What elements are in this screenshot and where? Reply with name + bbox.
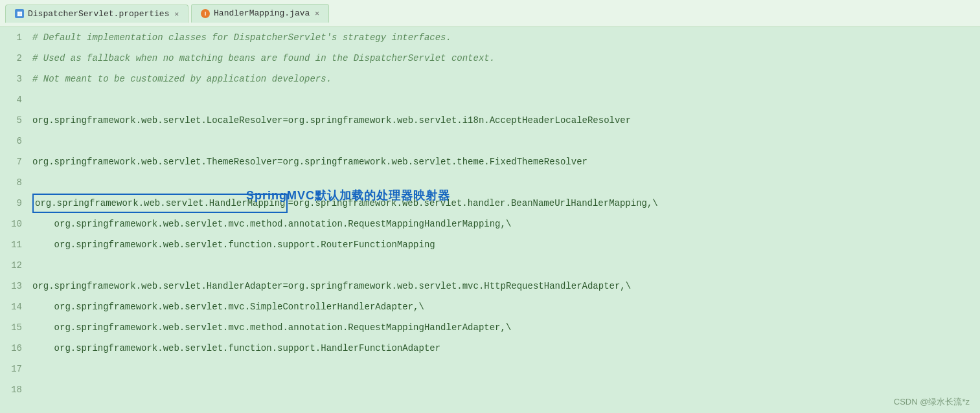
watermark: CSDN @绿水长流*z bbox=[894, 396, 970, 408]
table-row: 12 bbox=[0, 255, 980, 276]
code-table: 1 # Default implementation classes for D… bbox=[0, 27, 980, 400]
table-row: 14 org.springframework.web.servlet.mvc.S… bbox=[0, 296, 980, 317]
code-line-15: org.springframework.web.servlet.mvc.meth… bbox=[32, 317, 980, 338]
code-line-7: org.springframework.web.servlet.ThemeRes… bbox=[32, 151, 980, 172]
line-number: 1 bbox=[0, 27, 32, 48]
line-number: 18 bbox=[0, 379, 32, 400]
line-number: 5 bbox=[0, 110, 32, 131]
line-number: 12 bbox=[0, 255, 32, 276]
table-row: 13 org.springframework.web.servlet.Handl… bbox=[0, 276, 980, 296]
line-number: 4 bbox=[0, 89, 32, 110]
code-line-6 bbox=[32, 131, 980, 151]
line-number: 14 bbox=[0, 296, 32, 317]
editor-window: ▦ DispatcherServlet.properties ✕ I Handl… bbox=[0, 0, 980, 413]
code-line-4 bbox=[32, 89, 980, 110]
code-line-3: # Not meant to be customized by applicat… bbox=[32, 69, 980, 89]
line-number: 11 bbox=[0, 234, 32, 255]
code-line-17 bbox=[32, 359, 980, 379]
code-line-2: # Used as fallback when no matching bean… bbox=[32, 48, 980, 69]
line-number: 15 bbox=[0, 317, 32, 338]
props-icon: ▦ bbox=[15, 9, 24, 18]
code-line-13: org.springframework.web.servlet.HandlerA… bbox=[32, 276, 980, 296]
line-number: 13 bbox=[0, 276, 32, 296]
tab-dispatcher[interactable]: ▦ DispatcherServlet.properties ✕ bbox=[5, 5, 188, 23]
editor-area: 1 # Default implementation classes for D… bbox=[0, 27, 980, 413]
table-row: 15 org.springframework.web.servlet.mvc.m… bbox=[0, 317, 980, 338]
table-row: 2 # Used as fallback when no matching be… bbox=[0, 48, 980, 69]
line-number: 3 bbox=[0, 69, 32, 89]
code-line-1: # Default implementation classes for Dis… bbox=[32, 27, 980, 48]
table-row: 10 org.springframework.web.servlet.mvc.m… bbox=[0, 214, 980, 234]
tab-handler-mapping[interactable]: I HandlerMapping.java ✕ bbox=[191, 4, 329, 23]
table-row: 16 org.springframework.web.servlet.funct… bbox=[0, 338, 980, 359]
line-number: 9 bbox=[0, 193, 32, 214]
tooltip-text: SpringMVC默认加载的处理器映射器 bbox=[246, 189, 450, 202]
table-row: 8 bbox=[0, 172, 980, 193]
tab-bar: ▦ DispatcherServlet.properties ✕ I Handl… bbox=[0, 0, 980, 27]
table-row: 1 # Default implementation classes for D… bbox=[0, 27, 980, 48]
table-row: 18 bbox=[0, 379, 980, 400]
tab-handler-label: HandlerMapping.java bbox=[214, 8, 310, 18]
line-number: 17 bbox=[0, 359, 32, 379]
table-row: 3 # Not meant to be customized by applic… bbox=[0, 69, 980, 89]
code-line-9: org.springframework.web.servlet.HandlerM… bbox=[32, 193, 980, 214]
watermark-text: CSDN @绿水长流*z bbox=[894, 397, 970, 407]
code-line-10: org.springframework.web.servlet.mvc.meth… bbox=[32, 214, 980, 234]
table-row: 11 org.springframework.web.servlet.funct… bbox=[0, 234, 980, 255]
line-number: 6 bbox=[0, 131, 32, 151]
close-icon-dispatcher[interactable]: ✕ bbox=[174, 10, 179, 18]
code-line-14: org.springframework.web.servlet.mvc.Simp… bbox=[32, 296, 980, 317]
code-line-18 bbox=[32, 379, 980, 400]
code-line-8 bbox=[32, 172, 980, 193]
close-icon-handler[interactable]: ✕ bbox=[315, 9, 319, 17]
code-line-16: org.springframework.web.servlet.function… bbox=[32, 338, 980, 359]
tooltip-overlay: SpringMVC默认加载的处理器映射器 bbox=[246, 188, 450, 203]
java-icon: I bbox=[201, 9, 210, 18]
tab-dispatcher-label: DispatcherServlet.properties bbox=[28, 9, 169, 19]
line-number: 16 bbox=[0, 338, 32, 359]
code-line-12 bbox=[32, 255, 980, 276]
table-row: 5 org.springframework.web.servlet.Locale… bbox=[0, 110, 980, 131]
code-line-11: org.springframework.web.servlet.function… bbox=[32, 234, 980, 255]
table-row: 17 bbox=[0, 359, 980, 379]
table-row: 6 bbox=[0, 131, 980, 151]
line-number: 2 bbox=[0, 48, 32, 69]
line-number: 10 bbox=[0, 214, 32, 234]
table-row: 4 bbox=[0, 89, 980, 110]
code-line-5: org.springframework.web.servlet.LocaleRe… bbox=[32, 110, 980, 131]
table-row: 9 org.springframework.web.servlet.Handle… bbox=[0, 193, 980, 214]
table-row: 7 org.springframework.web.servlet.ThemeR… bbox=[0, 151, 980, 172]
line-number: 7 bbox=[0, 151, 32, 172]
line-number: 8 bbox=[0, 172, 32, 193]
